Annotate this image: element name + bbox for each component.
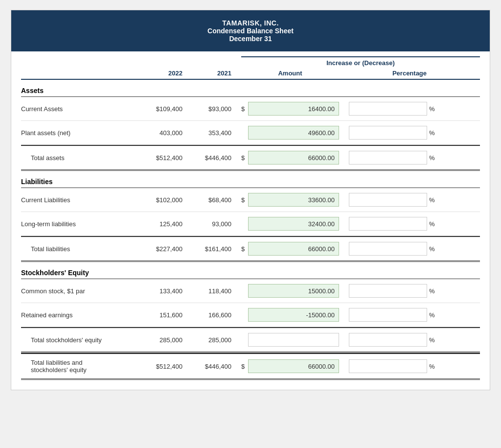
pct-wrapper-total-assets: % (339, 151, 480, 165)
pct-input-current-assets[interactable] (349, 102, 427, 116)
pct-sign-total-assets: % (429, 154, 435, 162)
amount-input-total-liabilities-equity[interactable] (248, 359, 339, 373)
pct-sign-common-stock: % (429, 287, 435, 295)
amount-wrapper-total-liabilities: $ (241, 242, 339, 256)
amount-input-plant-assets[interactable] (248, 126, 339, 140)
row-total-stockholders-equity: Total stockholders' equity 285,000 285,0… (21, 327, 480, 353)
pct-input-retained-earnings[interactable] (349, 308, 427, 322)
pct-sign-total-stockholders-equity: % (429, 336, 435, 344)
year2-header: 2021 (187, 70, 241, 77)
amount-wrapper-total-assets: $ (241, 151, 339, 165)
label-current-liabilities: Current Liabilities (21, 196, 134, 204)
amount-wrapper-plant-assets (241, 126, 339, 140)
dollar-sign-longterm-liabilities (241, 220, 246, 228)
val2021-total-liabilities: $161,400 (187, 245, 241, 253)
val2022-total-assets: $512,400 (134, 154, 187, 162)
pct-input-total-liabilities[interactable] (349, 242, 427, 256)
row-longterm-liabilities: Long-term liabilities 125,400 93,000 % (21, 212, 480, 236)
amount-wrapper-retained-earnings (241, 308, 339, 322)
amount-input-longterm-liabilities[interactable] (248, 217, 339, 231)
dollar-sign-total-liabilities: $ (241, 245, 246, 253)
section-heading-liabilities: Liabilities (21, 171, 480, 188)
amount-input-current-assets[interactable] (248, 102, 339, 116)
label-total-liabilities-equity: Total liabilities andstockholders' equit… (21, 359, 134, 374)
pct-input-current-liabilities[interactable] (349, 193, 427, 207)
dollar-sign-total-assets: $ (241, 154, 246, 162)
label-common-stock: Common stock, $1 par (21, 287, 134, 295)
sheet-header: TAMARISK, INC. Condensed Balance Sheet D… (11, 10, 490, 51)
amount-header: Amount (241, 70, 339, 77)
dollar-sign-common-stock (241, 287, 246, 295)
pct-sign-current-liabilities: % (429, 196, 435, 204)
dollar-sign-total-stockholders-equity (241, 336, 246, 344)
section-label-stockholders-equity: Stockholders' Equity (21, 269, 134, 277)
dollar-sign-current-assets: $ (241, 105, 246, 113)
amount-wrapper-current-liabilities: $ (241, 193, 339, 207)
row-retained-earnings: Retained earnings 151,600 166,600 % (21, 303, 480, 327)
amount-input-common-stock[interactable] (248, 284, 339, 298)
pct-input-total-stockholders-equity[interactable] (349, 333, 427, 347)
amount-wrapper-total-liabilities-equity: $ (241, 359, 339, 373)
val2022-plant-assets: 403,000 (134, 129, 187, 137)
pct-wrapper-total-liabilities-equity: % (339, 359, 480, 373)
val2021-current-assets: $93,000 (187, 105, 241, 113)
percentage-header: Percentage (339, 70, 480, 77)
val2022-retained-earnings: 151,600 (134, 311, 187, 319)
label-retained-earnings: Retained earnings (21, 311, 134, 319)
dollar-sign-retained-earnings (241, 311, 246, 319)
pct-sign-plant-assets: % (429, 129, 435, 137)
amount-input-total-stockholders-equity[interactable] (248, 333, 339, 347)
label-total-liabilities: Total liabilities (21, 245, 134, 253)
pct-wrapper-current-assets: % (339, 102, 480, 116)
amount-input-total-liabilities[interactable] (248, 242, 339, 256)
pct-sign-total-liabilities: % (429, 245, 435, 253)
pct-input-common-stock[interactable] (349, 284, 427, 298)
section-heading-stockholders-equity: Stockholders' Equity (21, 262, 480, 279)
val2022-total-stockholders-equity: 285,000 (134, 336, 187, 344)
pct-sign-longterm-liabilities: % (429, 220, 435, 228)
pct-wrapper-retained-earnings: % (339, 308, 480, 322)
row-common-stock: Common stock, $1 par 133,400 118,400 % (21, 279, 480, 303)
sections-container: Assets Current Assets $109,400 $93,000 $… (21, 80, 480, 380)
pct-wrapper-total-liabilities: % (339, 242, 480, 256)
row-total-liabilities-equity: Total liabilities andstockholders' equit… (21, 353, 480, 380)
sheet-title: Condensed Balance Sheet (16, 27, 485, 35)
increase-decrease-title: Increase or (Decrease) (241, 59, 480, 70)
sheet-date: December 31 (16, 35, 485, 43)
pct-wrapper-longterm-liabilities: % (339, 217, 480, 231)
section-label-assets: Assets (21, 87, 134, 94)
dollar-sign-total-liabilities-equity: $ (241, 363, 246, 370)
pct-sign-total-liabilities-equity: % (429, 363, 435, 370)
increase-decrease-wrapper: Increase or (Decrease) Amount Percentage (241, 56, 480, 77)
label-total-stockholders-equity: Total stockholders' equity (21, 336, 134, 344)
val2022-current-liabilities: $102,000 (134, 196, 187, 204)
balance-sheet-container: TAMARISK, INC. Condensed Balance Sheet D… (11, 10, 490, 390)
pct-input-total-assets[interactable] (349, 151, 427, 165)
val2021-common-stock: 118,400 (187, 287, 241, 295)
increase-decrease-cols: Amount Percentage (241, 70, 480, 77)
pct-input-total-liabilities-equity[interactable] (349, 359, 427, 373)
pct-sign-retained-earnings: % (429, 311, 435, 319)
section-heading-assets: Assets (21, 80, 480, 97)
dollar-sign-plant-assets (241, 129, 246, 137)
pct-input-longterm-liabilities[interactable] (349, 217, 427, 231)
label-total-assets: Total assets (21, 154, 134, 162)
val2021-total-stockholders-equity: 285,000 (187, 336, 241, 344)
row-total-assets: Total assets $512,400 $446,400 $ % (21, 145, 480, 171)
sheet-body: 2022 2021 Increase or (Decrease) Amount … (11, 56, 490, 390)
amount-input-retained-earnings[interactable] (248, 308, 339, 322)
pct-input-plant-assets[interactable] (349, 126, 427, 140)
val2021-retained-earnings: 166,600 (187, 311, 241, 319)
amount-input-current-liabilities[interactable] (248, 193, 339, 207)
val2022-longterm-liabilities: 125,400 (134, 220, 187, 228)
row-plant-assets: Plant assets (net) 403,000 353,400 % (21, 121, 480, 145)
val2021-plant-assets: 353,400 (187, 129, 241, 137)
amount-input-total-assets[interactable] (248, 151, 339, 165)
val2022-current-assets: $109,400 (134, 105, 187, 113)
row-current-assets: Current Assets $109,400 $93,000 $ % (21, 97, 480, 121)
val2021-total-assets: $446,400 (187, 154, 241, 162)
amount-wrapper-common-stock (241, 284, 339, 298)
label-current-assets: Current Assets (21, 105, 134, 113)
val2021-longterm-liabilities: 93,000 (187, 220, 241, 228)
val2022-total-liabilities-equity: $512,400 (134, 363, 187, 370)
